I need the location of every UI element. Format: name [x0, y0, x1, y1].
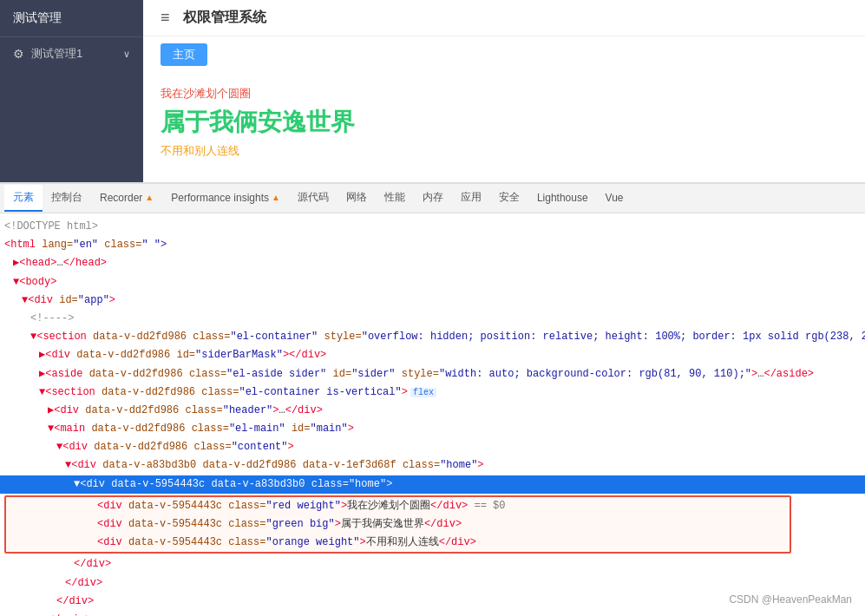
- header-title: 权限管理系统: [183, 9, 266, 27]
- code-line: ▼<div data-v-a83bd3b0 data-v-dd2fd986 da…: [0, 456, 865, 475]
- tab-sources[interactable]: 源代码: [289, 185, 337, 212]
- sidebar-title: 测试管理: [0, 0, 143, 37]
- warn-icon: ▲: [145, 193, 154, 202]
- tab-performance-insights[interactable]: Performance insights ▲: [162, 187, 289, 211]
- home-button[interactable]: 主页: [161, 43, 207, 66]
- code-line: ▼<section data-v-dd2fd986 class="el-cont…: [0, 328, 865, 346]
- tab-recorder[interactable]: Recorder ▲: [91, 187, 162, 211]
- code-line: <html lang="en" class=" ">: [0, 236, 865, 254]
- highlight-line-2: <div data-v-5954443c class="green big">属…: [6, 515, 790, 534]
- tab-memory[interactable]: 内存: [414, 185, 452, 212]
- code-line: ▼<div id="app">: [0, 292, 865, 310]
- code-line: <!DOCTYPE html>: [0, 218, 865, 236]
- code-line: ▶<div data-v-dd2fd986 class="header">…</…: [0, 402, 865, 420]
- highlight-line-3: <div data-v-5954443c class="orange weigh…: [6, 534, 790, 552]
- code-line: </div>: [0, 555, 865, 573]
- devtools-panel: 元素 控制台 Recorder ▲ Performance insights ▲…: [0, 182, 865, 616]
- page-content: 我在沙滩划个圆圈 属于我俩安逸世界 不用和别人连线: [143, 73, 865, 172]
- main-header: ≡ 权限管理系统: [143, 0, 865, 36]
- sidebar-item-label: 测试管理1: [31, 46, 82, 62]
- highlight-line-1: <div data-v-5954443c class="red weight">…: [6, 497, 790, 515]
- code-line: ▼<section data-v-dd2fd986 class="el-cont…: [0, 383, 865, 402]
- hamburger-icon: ≡: [161, 9, 170, 27]
- tab-vue[interactable]: Vue: [597, 187, 632, 211]
- tab-console[interactable]: 控制台: [43, 185, 91, 212]
- code-line: ▼<div data-v-dd2fd986 class="content">: [0, 438, 865, 456]
- text-red: 我在沙滩划个圆圈: [161, 86, 848, 102]
- breadcrumb: 主页: [143, 36, 865, 73]
- code-line: </main>: [0, 611, 865, 616]
- code-line: <!---->: [0, 310, 865, 328]
- tab-elements[interactable]: 元素: [4, 185, 43, 212]
- code-line: ▶<div data-v-dd2fd986 id="siderBarMask">…: [0, 346, 865, 364]
- csdn-watermark: CSDN @HeavenPeakMan: [729, 593, 852, 606]
- tab-lighthouse[interactable]: Lighthouse: [528, 187, 597, 211]
- tab-network[interactable]: 网络: [337, 185, 376, 212]
- text-green-big: 属于我俩安逸世界: [161, 106, 848, 139]
- tab-performance[interactable]: 性能: [376, 185, 414, 212]
- code-line-selected[interactable]: ▼<div data-v-5954443c data-v-a83bd3b0 cl…: [0, 475, 865, 494]
- code-line: ▶<aside data-v-dd2fd986 class="el-aside …: [0, 365, 865, 383]
- text-orange: 不用和别人连线: [161, 143, 848, 159]
- warn-icon-2: ▲: [272, 193, 280, 202]
- code-line: ▼<body>: [0, 273, 865, 292]
- gear-icon: ⚙: [13, 47, 24, 61]
- code-line: ▼<main data-v-dd2fd986 class="el-main" i…: [0, 420, 865, 438]
- tab-security[interactable]: 安全: [490, 185, 528, 212]
- sidebar-item-1[interactable]: ⚙ 测试管理1 ∨: [0, 37, 143, 70]
- code-panel[interactable]: <!DOCTYPE html> <html lang="en" class=" …: [0, 213, 865, 616]
- chevron-down-icon: ∨: [123, 49, 130, 60]
- highlight-box: <div data-v-5954443c class="red weight">…: [4, 495, 791, 554]
- devtools-tabs: 元素 控制台 Recorder ▲ Performance insights ▲…: [0, 184, 865, 213]
- code-line: ▶<head>…</head>: [0, 254, 865, 272]
- tab-application[interactable]: 应用: [452, 185, 490, 212]
- code-line: </div>: [0, 574, 865, 593]
